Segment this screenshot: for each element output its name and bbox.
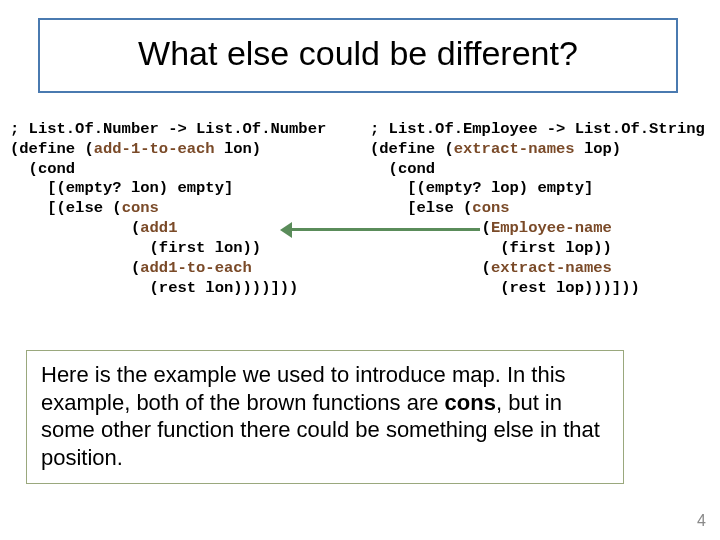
code-line: [(empty? lon) empty] <box>10 179 233 197</box>
code-right: ; List.Of.Employee -> List.Of.String (de… <box>370 120 710 298</box>
code-line: ; List.Of.Number -> List.Of.Number <box>10 120 326 138</box>
code-line: ( <box>370 259 491 277</box>
code-line: (rest lop)))])) <box>370 279 640 297</box>
code-line: (cond <box>10 160 75 178</box>
code-line: [(empty? lop) empty] <box>370 179 593 197</box>
code-left: ; List.Of.Number -> List.Of.Number (defi… <box>10 120 370 298</box>
fn-recur: add1-to-each <box>140 259 252 277</box>
page-number: 4 <box>697 512 706 530</box>
code-line: [else ( <box>370 199 472 217</box>
code-line: (cond <box>370 160 435 178</box>
fn-cons: cons <box>472 199 509 217</box>
fn-add1: add1 <box>140 219 177 237</box>
title-box: What else could be different? <box>38 18 678 93</box>
code-line: ( <box>370 219 491 237</box>
code-line: lop) <box>575 140 622 158</box>
code-line: (first lop)) <box>370 239 612 257</box>
note-box: Here is the example we used to introduce… <box>26 350 624 484</box>
page-title: What else could be different? <box>138 34 578 72</box>
fn-name: extract-names <box>454 140 575 158</box>
code-line: [(else ( <box>10 199 122 217</box>
code-line: (rest lon))))])) <box>10 279 298 297</box>
fn-name: add-1-to-each <box>94 140 215 158</box>
code-line: ; List.Of.Employee -> List.Of.String <box>370 120 705 138</box>
code-line: (define ( <box>10 140 94 158</box>
code-line: (define ( <box>370 140 454 158</box>
note-bold: cons <box>445 390 496 415</box>
code-line: lon) <box>215 140 262 158</box>
fn-empname: Employee-name <box>491 219 612 237</box>
code-line: (first lon)) <box>10 239 261 257</box>
fn-cons: cons <box>122 199 159 217</box>
code-columns: ; List.Of.Number -> List.Of.Number (defi… <box>10 120 710 298</box>
fn-recur: extract-names <box>491 259 612 277</box>
code-line: ( <box>10 259 140 277</box>
code-line: ( <box>10 219 140 237</box>
